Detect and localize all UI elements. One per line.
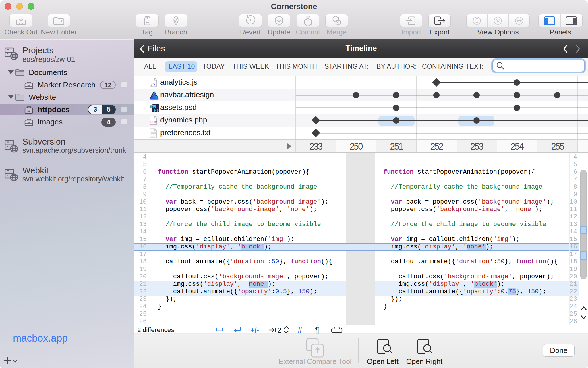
svg-text:js: js — [151, 81, 155, 86]
svg-text:Ps: Ps — [154, 108, 159, 112]
svg-text:PHP: PHP — [150, 120, 157, 124]
